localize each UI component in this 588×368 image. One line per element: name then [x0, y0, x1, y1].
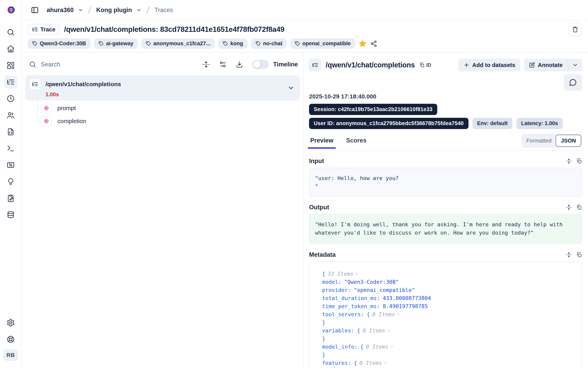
- timeline-toggle[interactable]: [252, 60, 269, 69]
- trace-tag[interactable]: Qwen3-Coder:30B: [28, 38, 90, 49]
- tab-preview[interactable]: Preview: [309, 136, 335, 148]
- trace-node-icon-box: [29, 78, 41, 90]
- sidebar-item-tracing[interactable]: [4, 75, 17, 89]
- copy-icon: [419, 62, 425, 68]
- tree-root-label: /qwen/v1/chat/completions: [46, 81, 121, 88]
- trace-tags: Qwen3-Coder:30B ai-gateway anonymous_c1f…: [28, 38, 355, 49]
- metadata-line: total_duration_ms:433.00008773804: [315, 294, 576, 302]
- sidebar-item-search[interactable]: [4, 26, 17, 39]
- collapse-all-button[interactable]: [202, 61, 210, 68]
- user-id-badge[interactable]: User ID: anonymous_c1fca2795bbedc5f36678…: [309, 118, 468, 129]
- breadcrumb-org[interactable]: ahura360: [47, 7, 74, 14]
- tree-root-duration: 1.00s: [46, 92, 295, 98]
- collapse-node-button[interactable]: [288, 85, 294, 91]
- trace-detail-panel: /qwen/v1/chat/completions ID Add to data…: [303, 53, 588, 368]
- add-to-datasets-button[interactable]: Add to datasets: [458, 59, 521, 71]
- dashboard-icon: [7, 61, 15, 70]
- plus-icon: [464, 62, 469, 68]
- sidebar-item-dashboards[interactable]: [4, 59, 17, 72]
- tab-scores[interactable]: Scores: [345, 136, 368, 148]
- sidebar-item-users[interactable]: [4, 109, 17, 122]
- breadcrumb-project[interactable]: Kong plugin: [96, 7, 132, 14]
- collapse-input-button[interactable]: [566, 158, 572, 164]
- fold-vertical-icon: [566, 158, 572, 164]
- file-code-icon: [7, 128, 15, 136]
- breadcrumb-divider: [146, 6, 150, 14]
- user-avatar[interactable]: RB: [3, 350, 18, 361]
- metadata-json-viewer[interactable]: {33 Items model:"Qwen3-Coder:30B" provid…: [309, 261, 582, 368]
- panel-left-icon: [31, 6, 39, 14]
- input-section: Input "user: Hello, how are you?": [309, 157, 582, 197]
- trace-tag[interactable]: ai-gateway: [94, 38, 138, 49]
- sidebar-item-datasets[interactable]: [4, 208, 17, 221]
- metadata-line: provider:"openai_compatible": [315, 286, 576, 294]
- metadata-line: }: [315, 367, 576, 368]
- sidebar-item-scores[interactable]: [4, 158, 17, 172]
- metadata-line: }: [315, 318, 576, 326]
- comment-bubble-icon: [569, 78, 577, 86]
- sidebar-item-home[interactable]: [4, 42, 17, 55]
- trace-tag[interactable]: no-chat: [251, 38, 287, 49]
- list-tree-icon: [32, 27, 38, 32]
- chevron-down-icon[interactable]: [136, 8, 142, 13]
- sidebar-item-support[interactable]: [4, 333, 17, 346]
- sidebar-item-annotation[interactable]: [4, 192, 17, 205]
- star-icon: [359, 40, 367, 48]
- metadata-line: {33 Items: [315, 270, 576, 278]
- tree-child-row[interactable]: prompt: [25, 101, 300, 115]
- tag-icon: [294, 41, 300, 46]
- delete-trace-button[interactable]: [569, 23, 582, 36]
- fold-vertical-icon: [566, 252, 572, 258]
- collapse-metadata-button[interactable]: [566, 252, 572, 258]
- tree-root-row[interactable]: /qwen/v1/chat/completions 1.00s: [25, 75, 300, 101]
- home-icon: [7, 45, 15, 53]
- clipboard-pen-icon: [7, 194, 15, 202]
- annotate-menu-button[interactable]: [568, 59, 582, 71]
- icon-rail: RB: [0, 0, 22, 368]
- trace-tree-panel: Timeline /qwen/v1/chat/completions 1.00s: [22, 53, 303, 368]
- trace-tag[interactable]: kong: [218, 38, 247, 49]
- list-tree-icon: [312, 62, 318, 68]
- download-button[interactable]: [236, 61, 243, 68]
- metadata-line: variables:{0 Items: [315, 326, 576, 335]
- lightbulb-icon: [7, 177, 15, 186]
- sidebar-item-sessions[interactable]: [4, 92, 17, 105]
- metadata-line: tool_servers:{0 Items: [315, 310, 576, 318]
- copy-id-button[interactable]: ID: [419, 62, 431, 68]
- event-clover-icon: [43, 118, 49, 124]
- comments-button[interactable]: [564, 74, 582, 91]
- collapse-output-button[interactable]: [566, 204, 572, 210]
- trace-tag[interactable]: anonymous_c1fca27...: [141, 38, 215, 49]
- trace-header: Trace /qwen/v1/chat/completions: 83cd782…: [22, 20, 588, 53]
- percent-card-icon: [7, 161, 15, 169]
- sidebar-item-prompts[interactable]: [4, 125, 17, 138]
- sidebar-item-playground[interactable]: [4, 142, 17, 155]
- terminal-icon: [7, 144, 15, 153]
- tree-child-row[interactable]: completion: [25, 115, 300, 128]
- tag-icon: [146, 41, 151, 46]
- sidebar-item-insights[interactable]: [4, 175, 17, 188]
- detail-title: /qwen/v1/chat/completions: [326, 61, 415, 69]
- metadata-heading: Metadata: [309, 251, 336, 258]
- annotate-button[interactable]: Annotate: [524, 59, 568, 71]
- copy-metadata-button[interactable]: [576, 252, 582, 258]
- tag-icon: [32, 41, 38, 46]
- share-button[interactable]: [370, 40, 377, 47]
- chevron-down-icon[interactable]: [78, 8, 83, 13]
- sidebar-item-settings[interactable]: [4, 316, 17, 329]
- copy-input-button[interactable]: [576, 158, 582, 164]
- format-formatted-option[interactable]: Formatted: [522, 136, 556, 146]
- tree-search-input[interactable]: [41, 61, 193, 68]
- trace-tag[interactable]: openai_compatible: [290, 38, 355, 49]
- bookmark-star-button[interactable]: [359, 40, 367, 48]
- trace-timestamp: 2025-10-29 17:18:40.000: [309, 93, 582, 100]
- metadata-section: Metadata {33 Items model:"Qwen3-Coder:30…: [309, 251, 582, 368]
- copy-output-button[interactable]: [576, 204, 582, 210]
- lifebuoy-icon: [7, 335, 15, 343]
- square-pen-icon: [529, 62, 535, 68]
- copy-icon: [576, 158, 582, 164]
- session-badge[interactable]: Session: c42fca19b75e13aac2b2106610f81e3…: [309, 104, 437, 115]
- panel-toggle-button[interactable]: [30, 5, 40, 15]
- tree-settings-button[interactable]: [219, 61, 227, 68]
- format-json-option[interactable]: JSON: [556, 135, 581, 147]
